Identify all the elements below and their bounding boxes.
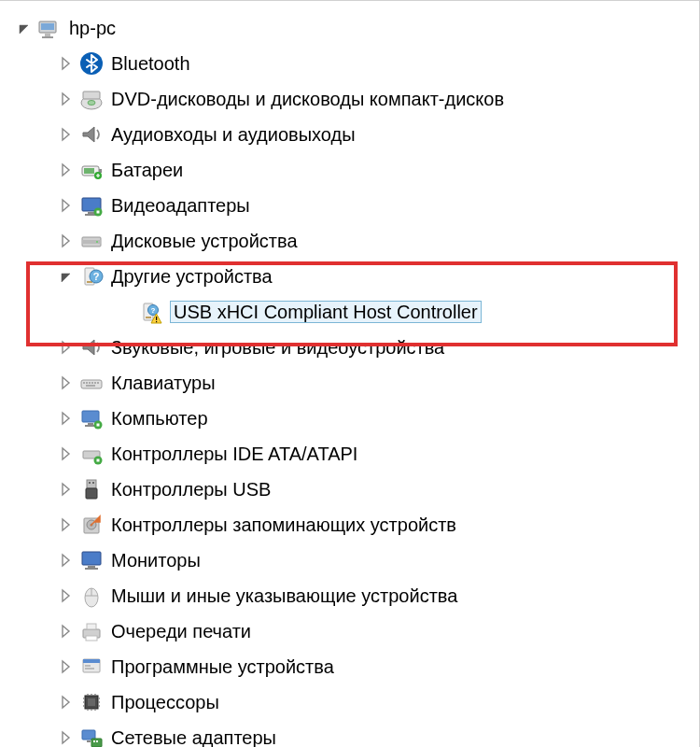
unknown-device-warning-icon [138, 300, 162, 324]
category-label: Батареи [111, 161, 183, 179]
expander-collapsed-icon[interactable] [59, 624, 74, 639]
category-label: Контроллеры USB [111, 480, 271, 499]
category-label: Контроллеры запоминающих устройств [111, 515, 456, 534]
expander-collapsed-icon[interactable] [59, 553, 74, 568]
expander-collapsed-icon[interactable] [59, 659, 74, 674]
software-device-icon [79, 655, 104, 679]
network-adapter-icon [79, 726, 104, 747]
expander-collapsed-icon[interactable] [59, 92, 74, 106]
cpu-icon [79, 690, 104, 714]
category-label: Дисковые устройства [111, 232, 298, 250]
category-dvd-drives[interactable]: DVD-дисководы и дисководы компакт-дисков [7, 81, 699, 117]
bluetooth-icon [79, 51, 104, 76]
monitor-icon [79, 548, 104, 572]
speaker-icon [79, 122, 104, 147]
device-usb-xhci[interactable]: USB xHCI Compliant Host Controller [7, 294, 699, 330]
storage-controller-icon [79, 513, 104, 537]
speaker-icon [79, 335, 104, 359]
category-computer[interactable]: Компьютер [7, 401, 699, 436]
computer-icon [37, 16, 62, 40]
category-software-devices[interactable]: Программные устройства [7, 649, 699, 684]
category-storage-controllers[interactable]: Контроллеры запоминающих устройств [7, 507, 699, 543]
category-print-queues[interactable]: Очереди печати [7, 613, 699, 649]
expander-collapsed-icon[interactable] [59, 340, 74, 355]
category-monitors[interactable]: Мониторы [7, 543, 699, 578]
category-label: DVD-дисководы и дисководы компакт-дисков [111, 90, 504, 108]
category-network-adapters[interactable]: Сетевые адаптеры [7, 720, 699, 747]
expander-collapsed-icon[interactable] [59, 517, 74, 532]
expander-collapsed-icon[interactable] [59, 198, 74, 213]
category-sound-video-game[interactable]: Звуковые, игровые и видеоустройства [7, 330, 699, 365]
expander-collapsed-icon[interactable] [59, 730, 74, 745]
device-tree: hp-pc Bluetooth DVD-дисководы и дисковод… [0, 10, 699, 747]
expander-collapsed-icon[interactable] [59, 127, 74, 142]
category-ide-controllers[interactable]: Контроллеры IDE ATA/ATAPI [7, 436, 699, 472]
category-display-adapters[interactable]: Видеоадаптеры [7, 188, 699, 223]
category-label: Клавиатуры [111, 374, 216, 392]
display-adapter-icon [79, 193, 104, 218]
category-usb-controllers[interactable]: Контроллеры USB [7, 472, 699, 507]
expander-collapsed-icon[interactable] [59, 482, 74, 497]
category-other-devices[interactable]: Другие устройства [7, 259, 699, 294]
expander-collapsed-icon[interactable] [59, 56, 74, 71]
usb-icon [79, 477, 104, 501]
expander-collapsed-icon[interactable] [59, 233, 74, 248]
category-label: Очереди печати [111, 622, 251, 641]
category-label: Процессоры [111, 693, 219, 712]
disk-drive-icon [79, 229, 104, 253]
computer-icon [79, 406, 104, 430]
dvd-drive-icon [79, 87, 104, 111]
category-audio-io[interactable]: Аудиовходы и аудиовыходы [7, 117, 699, 152]
mouse-icon [79, 584, 104, 608]
category-label: Программные устройства [111, 657, 334, 676]
category-keyboards[interactable]: Клавиатуры [7, 365, 699, 401]
unknown-device-icon [79, 264, 104, 289]
tree-root-label: hp-pc [69, 19, 116, 37]
expander-collapsed-icon[interactable] [59, 162, 74, 177]
category-label: Мониторы [111, 551, 201, 570]
category-label: Другие устройства [111, 267, 273, 286]
category-label: Мыши и иные указывающие устройства [111, 586, 457, 605]
device-label: USB xHCI Compliant Host Controller [170, 301, 482, 323]
category-disk-drives[interactable]: Дисковые устройства [7, 223, 699, 259]
category-processors[interactable]: Процессоры [7, 684, 699, 720]
category-batteries[interactable]: Батареи [7, 152, 699, 188]
category-bluetooth[interactable]: Bluetooth [7, 46, 699, 81]
printer-icon [79, 619, 104, 643]
expander-expanded-icon[interactable] [59, 269, 74, 284]
keyboard-icon [79, 371, 104, 395]
expander-collapsed-icon[interactable] [59, 411, 74, 426]
category-label: Bluetooth [111, 54, 190, 73]
ide-controller-icon [79, 442, 104, 466]
category-label: Контроллеры IDE ATA/ATAPI [111, 444, 357, 463]
expander-collapsed-icon[interactable] [59, 446, 74, 461]
category-label: Звуковые, игровые и видеоустройства [111, 338, 444, 357]
category-label: Компьютер [111, 409, 208, 428]
expander-collapsed-icon[interactable] [59, 375, 74, 390]
category-label: Аудиовходы и аудиовыходы [111, 125, 356, 144]
expander-expanded-icon[interactable] [17, 21, 32, 35]
category-label: Сетевые адаптеры [111, 728, 276, 747]
tree-root[interactable]: hp-pc [7, 10, 699, 46]
battery-icon [79, 158, 104, 182]
category-mice[interactable]: Мыши и иные указывающие устройства [7, 578, 699, 613]
expander-collapsed-icon[interactable] [59, 588, 74, 603]
expander-collapsed-icon[interactable] [59, 695, 74, 710]
category-label: Видеоадаптеры [111, 196, 250, 215]
